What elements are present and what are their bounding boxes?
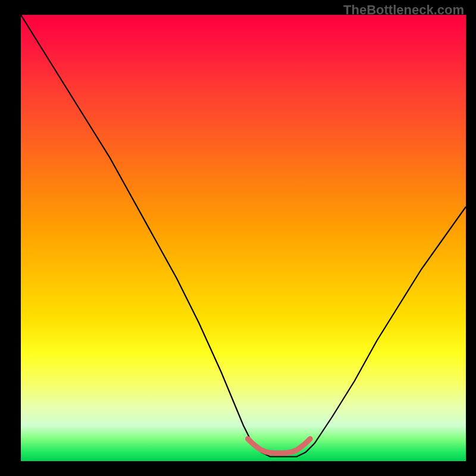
chart-area [21, 15, 466, 461]
curve-layer [21, 15, 466, 461]
highlight-segment [248, 439, 311, 453]
watermark-text: TheBottleneck.com [343, 2, 464, 18]
bottleneck-curve [21, 15, 466, 457]
